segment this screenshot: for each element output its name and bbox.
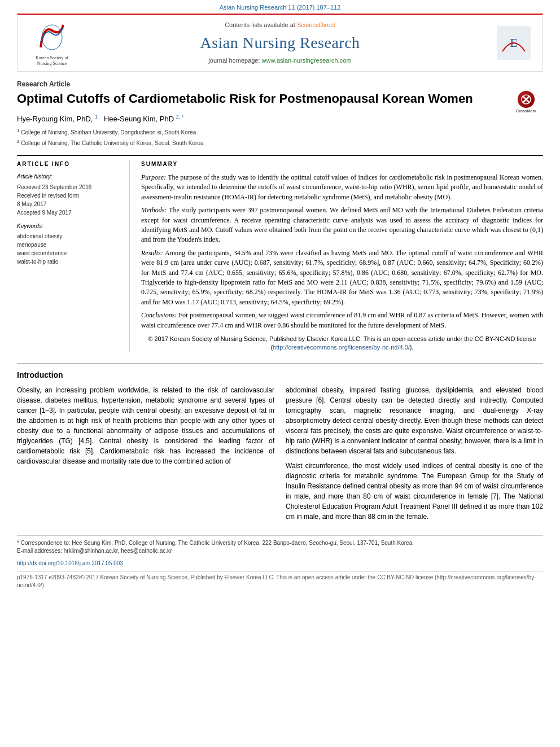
revised-date: 8 May 2017	[17, 200, 121, 208]
copyright-text: © 2017 Korean Society of Nursing Science…	[141, 335, 543, 352]
doi-line: http://dx.doi.org/10.1016/j.anr.2017.05.…	[17, 560, 543, 567]
summary-conclusions: Conclusions: For postmenopausal women, w…	[141, 311, 543, 330]
two-col-section: ARTICLE INFO Article history: Received 2…	[17, 155, 543, 352]
sciencedirect-link[interactable]: ScienceDirect	[297, 21, 335, 28]
summary-purpose: Purpose: The purpose of the study was to…	[141, 173, 543, 202]
society-text: Korean Society of Nursing Science	[36, 55, 68, 66]
article-type: Research Article	[17, 80, 543, 89]
banner-left: Korean Society of Nursing Science	[27, 19, 77, 66]
crossmark-badge[interactable]: CrossMark	[509, 91, 543, 113]
article-info-column: ARTICLE INFO Article history: Received 2…	[17, 160, 130, 352]
doi-link[interactable]: http://dx.doi.org/10.1016/j.anr.2017.05.…	[17, 560, 123, 566]
journal-citation: Asian Nursing Research 11 (2017) 107–112	[220, 4, 341, 11]
author1-sup: 1	[95, 114, 98, 120]
korean-nursing-logo	[35, 19, 69, 53]
received-date: Received 23 September 2016	[17, 183, 121, 191]
author2-sup: 2, *	[176, 114, 184, 120]
journal-header-bar: Asian Nursing Research 11 (2017) 107–112	[0, 0, 560, 14]
intro-para-3: Waist circumference, the most widely use…	[286, 461, 543, 522]
body-col-left: Obesity, an increasing problem worldwide…	[17, 385, 274, 526]
summary-heading: SUMMARY	[141, 160, 543, 168]
main-content: Research Article Optimal Cutoffs of Card…	[17, 80, 543, 590]
affiliation2: 2 College of Nursing, The Catholic Unive…	[17, 138, 543, 147]
svg-rect-0	[35, 19, 69, 53]
author1-name: Hye-Ryoung Kim, PhD,	[17, 115, 93, 123]
banner-center: Contents lists available at ScienceDirec…	[77, 21, 483, 65]
bottom-bar: p1976-1317 e2093-7482/© 2017 Korean Soci…	[17, 571, 543, 589]
email2-link[interactable]: hees@catholic.ac.kr	[121, 548, 172, 554]
footnote-section: * Correspondence to: Hee Seung Kim, PhD,…	[17, 535, 543, 555]
authors-line: Hye-Ryoung Kim, PhD, 1 Hee-Seung Kim, Ph…	[17, 113, 543, 125]
summary-column: SUMMARY Purpose: The purpose of the stud…	[141, 160, 543, 352]
sciencedirect-label: Contents lists available at ScienceDirec…	[77, 21, 483, 29]
affiliation1: 1 College of Nursing, Shinhan University…	[17, 128, 543, 137]
accepted-date: Accepted 9 May 2017	[17, 208, 121, 217]
revised-label: Received in revised form	[17, 191, 121, 200]
article-title: Optimal Cutoffs of Cardiometabolic Risk …	[17, 91, 543, 107]
journal-banner: Korean Society of Nursing Science Conten…	[17, 14, 543, 71]
journal-title: Asian Nursing Research	[77, 32, 483, 54]
history-label: Article history:	[17, 173, 121, 181]
keyword-2: menopause	[17, 241, 121, 249]
keyword-3: waist circumference	[17, 249, 121, 257]
summary-methods: Methods: The study participants were 397…	[141, 206, 543, 245]
elsevier-logo: E	[494, 23, 533, 63]
homepage-link[interactable]: www.asian-nursingresearch.com	[262, 57, 352, 64]
intro-para-1: Obesity, an increasing problem worldwide…	[17, 385, 274, 466]
article-info-heading: ARTICLE INFO	[17, 160, 121, 168]
author2-name: Hee-Seung Kim, PhD	[104, 115, 174, 123]
keywords-label: Keywords:	[17, 222, 121, 230]
summary-results: Results: Among the participants, 34.5% a…	[141, 248, 543, 307]
body-col-right: abdominal obesity, impaired fasting gluc…	[286, 385, 543, 526]
keyword-1: abdominal obesity	[17, 232, 121, 241]
introduction-heading: Introduction	[17, 370, 543, 381]
crossmark-icon	[520, 94, 532, 105]
email1-link[interactable]: hrkiim@shinhan.ac.kr	[64, 548, 118, 554]
email-note: E-mail addresses: hrkiim@shinhan.ac.kr, …	[17, 547, 543, 555]
body-two-col: Obesity, an increasing problem worldwide…	[17, 385, 543, 526]
intro-para-2: abdominal obesity, impaired fasting gluc…	[286, 385, 543, 456]
keyword-4: waist-to-hip ratio	[17, 257, 121, 266]
copyright-link[interactable]: http://creativecommons.org/licenses/by-n…	[273, 344, 410, 351]
correspondence-note: * Correspondence to: Hee Seung Kim, PhD,…	[17, 539, 543, 547]
banner-right: E	[483, 23, 533, 63]
crossmark-label: CrossMark	[516, 109, 536, 114]
crossmark-circle	[518, 91, 535, 107]
introduction-section: Introduction Obesity, an increasing prob…	[17, 364, 543, 527]
homepage-label: journal homepage: www.asian-nursingresea…	[77, 56, 483, 65]
